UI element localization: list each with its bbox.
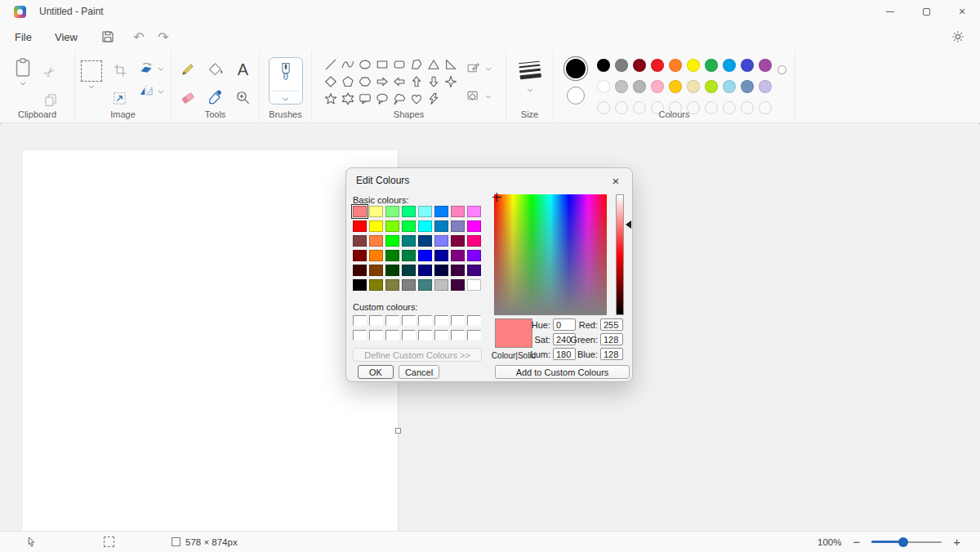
basic-colour-10[interactable] (385, 220, 399, 232)
select-tool-button[interactable] (81, 60, 102, 89)
custom-colour-8[interactable] (353, 330, 367, 341)
shape-oval-icon[interactable] (359, 57, 372, 71)
zoom-slider-thumb[interactable] (898, 537, 908, 547)
shape-line-icon[interactable] (324, 57, 338, 71)
eraser-tool-button[interactable] (176, 85, 200, 109)
paste-dropdown-icon[interactable] (20, 82, 26, 86)
custom-colour-12[interactable] (418, 330, 432, 341)
basic-colour-36[interactable] (418, 265, 432, 276)
paste-button[interactable] (13, 57, 33, 86)
shape-six-point-star-icon[interactable] (341, 91, 355, 105)
shape-hexagon-icon[interactable] (359, 74, 372, 88)
basic-colour-4[interactable] (418, 206, 432, 217)
rotate-button[interactable] (138, 59, 166, 77)
basic-colour-6[interactable] (451, 206, 465, 217)
basic-colour-28[interactable] (418, 250, 432, 261)
ok-button[interactable]: OK (358, 365, 394, 379)
shape-five-point-star-icon[interactable] (324, 91, 338, 105)
basic-colour-45[interactable] (434, 279, 448, 291)
shape-heart-icon[interactable] (410, 91, 424, 105)
shape-outline-button[interactable] (466, 59, 494, 77)
drawing-canvas[interactable] (23, 150, 398, 531)
shape-right-triangle-icon[interactable] (444, 57, 458, 71)
custom-colour-13[interactable] (434, 330, 448, 341)
settings-button[interactable] (947, 26, 969, 47)
palette-colour-r1-2[interactable] (633, 59, 646, 72)
basic-colour-1[interactable] (369, 206, 383, 217)
add-to-custom-colours-button[interactable]: Add to Custom Colours (495, 365, 630, 379)
hue-saturation-gradient[interactable] (494, 194, 607, 315)
custom-colour-10[interactable] (385, 330, 399, 341)
basic-colour-43[interactable] (402, 279, 416, 291)
shape-arrow-right-icon[interactable] (376, 74, 390, 88)
shape-speech-cloud-icon[interactable] (393, 91, 407, 105)
palette-colour-r2-2[interactable] (633, 80, 646, 93)
size-button[interactable] (519, 57, 541, 92)
basic-colour-14[interactable] (451, 220, 465, 232)
pencil-tool-button[interactable] (176, 57, 200, 82)
fill-tool-button[interactable] (203, 57, 228, 82)
palette-colour-r2-3[interactable] (651, 80, 664, 93)
zoom-in-button[interactable]: + (953, 535, 960, 549)
basic-colour-42[interactable] (385, 279, 399, 291)
shape-triangle-icon[interactable] (427, 57, 441, 71)
basic-colour-16[interactable] (353, 235, 367, 247)
rotate-dropdown-icon[interactable] (158, 67, 164, 71)
palette-colour-r1-5[interactable] (687, 59, 700, 72)
custom-colour-2[interactable] (385, 315, 399, 326)
custom-colour-11[interactable] (402, 330, 416, 341)
redo-button[interactable]: ↷ (153, 26, 174, 47)
green-field[interactable]: 128 (600, 333, 623, 345)
shape-arrow-down-icon[interactable] (427, 74, 441, 88)
palette-colour-r2-5[interactable] (687, 80, 700, 93)
shape-arrow-left-icon[interactable] (393, 74, 407, 88)
background-colour-swatch[interactable] (567, 87, 585, 105)
palette-colour-r1-8[interactable] (741, 59, 754, 72)
shape-lightning-icon[interactable] (427, 91, 441, 105)
palette-colour-r2-9[interactable] (759, 80, 772, 93)
brushes-button[interactable] (269, 57, 303, 105)
zoom-slider[interactable] (871, 541, 942, 543)
palette-colour-r2-0[interactable] (597, 80, 610, 93)
menu-file[interactable]: File (7, 28, 40, 47)
basic-colour-27[interactable] (402, 250, 416, 261)
red-field[interactable]: 255 (600, 318, 623, 331)
basic-colour-41[interactable] (369, 279, 383, 291)
magnifier-tool-button[interactable] (231, 85, 256, 109)
minimize-button[interactable] (872, 0, 908, 23)
color-picker-tool-button[interactable] (203, 85, 228, 109)
custom-colour-0[interactable] (353, 315, 367, 326)
custom-colour-6[interactable] (451, 315, 465, 326)
custom-colour-5[interactable] (434, 315, 448, 326)
palette-colour-r2-4[interactable] (669, 80, 682, 93)
blue-field[interactable]: 128 (600, 348, 623, 360)
basic-colour-0[interactable] (353, 206, 367, 217)
crop-button[interactable] (109, 59, 131, 82)
shape-rectangle-icon[interactable] (376, 57, 390, 71)
basic-colour-40[interactable] (353, 279, 367, 291)
flip-button[interactable] (138, 82, 166, 100)
basic-colour-25[interactable] (369, 250, 383, 261)
basic-colour-47[interactable] (467, 279, 481, 291)
cancel-button[interactable]: Cancel (399, 365, 439, 379)
basic-colour-3[interactable] (402, 206, 416, 217)
shape-speech-oval-icon[interactable] (376, 91, 390, 105)
basic-colour-20[interactable] (418, 235, 432, 247)
custom-colour-7[interactable] (467, 315, 481, 326)
palette-colour-r1-0[interactable] (597, 59, 610, 72)
shape-four-point-star-icon[interactable] (444, 74, 458, 88)
shape-fill-button[interactable] (466, 87, 494, 105)
basic-colour-7[interactable] (467, 206, 481, 217)
menu-view[interactable]: View (47, 28, 86, 47)
copy-button[interactable] (39, 88, 62, 111)
luminance-marker-icon[interactable] (626, 220, 631, 229)
custom-colour-9[interactable] (369, 330, 383, 341)
custom-colour-3[interactable] (402, 315, 416, 326)
basic-colour-17[interactable] (369, 235, 383, 247)
basic-colour-2[interactable] (385, 206, 399, 217)
palette-colour-r1-4[interactable] (669, 59, 682, 72)
basic-colour-29[interactable] (434, 250, 448, 261)
shape-fill-dropdown-icon[interactable] (485, 95, 492, 99)
basic-colour-39[interactable] (467, 265, 481, 276)
basic-colour-18[interactable] (385, 235, 399, 247)
